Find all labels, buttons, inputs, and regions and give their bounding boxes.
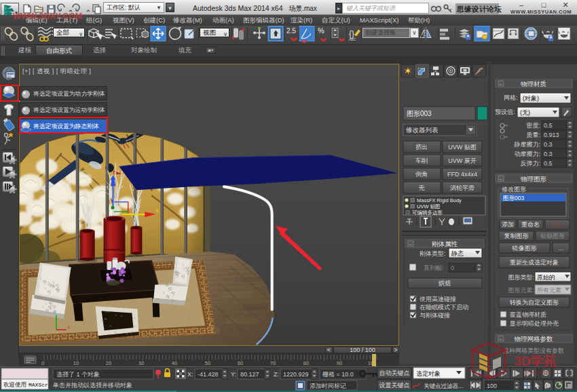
svg-text:壳: 壳 (419, 184, 425, 191)
svg-text:覆盖物理材质: 覆盖物理材质 (510, 311, 546, 318)
svg-text:选择了 1 个对象: 选择了 1 个对象 (56, 371, 100, 378)
svg-text:ABC: ABC (349, 37, 356, 41)
svg-text:图形003: 图形003 (407, 110, 432, 117)
svg-text:预设值:: 预设值: (495, 109, 515, 115)
svg-text:MAXScr: MAXScr (29, 382, 48, 388)
svg-text:关键点过滤器...: 关键点过滤器... (424, 383, 463, 389)
svg-text:[+] [ 透视 ] [ 明暗处理 ]: [+] [ 透视 ] [ 明暗处理 ] (22, 67, 91, 75)
svg-text:车削: 车削 (415, 157, 428, 164)
svg-text:直到帧:: 直到帧: (424, 264, 444, 271)
svg-text:30: 30 (138, 360, 144, 366)
svg-text:FFD 4x4x4: FFD 4x4x4 (447, 171, 477, 178)
svg-text:刚体类型:: 刚体类型: (420, 250, 446, 257)
svg-text:复制图形: 复制图形 (504, 233, 529, 239)
svg-text:所有元素: 所有元素 (537, 287, 561, 294)
svg-text:0.5: 0.5 (544, 122, 553, 129)
svg-text:涡轮平滑: 涡轮平滑 (450, 184, 474, 191)
svg-text:网格:: 网格: (504, 94, 518, 101)
svg-text:90: 90 (337, 360, 342, 366)
svg-text:10: 10 (73, 360, 79, 366)
svg-text:挤出: 挤出 (415, 144, 428, 151)
svg-text:烘焙: 烘焙 (439, 279, 452, 287)
svg-text:重命名: 重命名 (521, 221, 540, 228)
svg-text:0.913: 0.913 (544, 132, 559, 138)
svg-text:图形003: 图形003 (503, 195, 524, 201)
svg-text:-: - (409, 241, 411, 247)
svg-text:添加: 添加 (502, 221, 514, 228)
svg-text:质量:: 质量: (526, 132, 540, 138)
svg-text:与刚体碰撞: 与刚体碰撞 (420, 312, 450, 319)
svg-text:静摩擦力:: 静摩擦力: (513, 141, 540, 148)
svg-text:设置关键点: 设置关键点 (379, 382, 410, 389)
svg-text:3DXY.COM: 3DXY.COM (524, 370, 552, 376)
svg-text:UVW 贴图: UVW 贴图 (417, 203, 441, 210)
svg-text:Y:: Y: (231, 371, 236, 378)
svg-text:刚体属性: 刚体属性 (432, 240, 458, 248)
svg-text:栅格 = 10.0: 栅格 = 10.0 (322, 371, 354, 378)
svg-text:-41.428: -41.428 (198, 371, 219, 378)
svg-text:(对象): (对象) (523, 95, 539, 102)
svg-text:显示明暗处理外壳: 显示明暗处理外壳 (509, 320, 559, 327)
svg-text:x: x (155, 207, 159, 214)
svg-text:删除: 删除 (551, 221, 563, 228)
svg-text:添加时间标记: 添加时间标记 (310, 383, 346, 389)
svg-text:镜像图形: 镜像图形 (512, 245, 537, 252)
svg-text:0.3: 0.3 (544, 151, 553, 157)
svg-text:x: x (68, 325, 71, 330)
svg-text:欢迎使用: 欢迎使用 (3, 381, 26, 388)
svg-text:Z:: Z: (274, 371, 279, 378)
svg-text:3D学苑: 3D学苑 (515, 354, 557, 368)
svg-text:静态: 静态 (451, 250, 464, 257)
svg-text:0: 0 (451, 264, 454, 271)
svg-text:1220.929: 1220.929 (283, 371, 309, 378)
svg-text:2.5: 2.5 (286, 27, 296, 35)
svg-text:物理材质: 物理材质 (521, 80, 546, 87)
svg-text:0: 0 (41, 360, 44, 366)
svg-text:动摩擦力:: 动摩擦力: (514, 151, 540, 157)
svg-text:修改图形: 修改图形 (502, 186, 526, 193)
svg-text:UVW 贴图: UVW 贴图 (448, 144, 477, 151)
svg-text:50: 50 (205, 360, 210, 366)
svg-text:倒角: 倒角 (415, 171, 428, 178)
svg-text:单击并拖动以选择并移动对象: 单击并拖动以选择并移动对象 (53, 382, 132, 389)
svg-text:使用高速碰撞: 使用高速碰撞 (419, 296, 456, 302)
svg-text:20: 20 (106, 360, 111, 366)
svg-text:0.3: 0.3 (544, 141, 553, 148)
svg-text:…: … (558, 245, 564, 252)
svg-text:在睡眠模式下启动: 在睡眠模式下启动 (420, 304, 468, 311)
svg-text:100: 100 (487, 383, 497, 389)
svg-text:-: - (500, 176, 502, 182)
svg-text:图形类型:: 图形类型: (508, 274, 534, 281)
svg-text:40: 40 (172, 360, 177, 366)
svg-text:(无): (无) (520, 109, 530, 116)
svg-text:密度:: 密度: (526, 122, 540, 129)
svg-text:粘贴图形: 粘贴图形 (540, 233, 565, 239)
svg-text:70: 70 (270, 360, 276, 366)
svg-text:UVW 展开: UVW 展开 (448, 157, 477, 164)
svg-text:%: % (318, 26, 324, 35)
svg-text:80.127: 80.127 (240, 371, 259, 378)
svg-text:图形元素:: 图形元素: (508, 287, 534, 294)
svg-text:原始的: 原始的 (537, 274, 555, 281)
svg-text:修改器列表: 修改器列表 (405, 126, 439, 134)
svg-text:80: 80 (303, 360, 309, 366)
svg-text:转换为自定义图形: 转换为自定义图形 (510, 299, 559, 306)
svg-text:-: - (500, 81, 502, 87)
svg-text:0.5: 0.5 (544, 160, 553, 167)
svg-text:自动关键点: 自动关键点 (379, 370, 410, 376)
svg-text:可编辑多边形: 可编辑多边形 (412, 210, 443, 216)
svg-text:重新生成选定对象: 重新生成选定对象 (510, 259, 559, 266)
svg-text:X:: X: (187, 371, 193, 378)
svg-text:MassFX Rigid Body: MassFX Rigid Body (417, 197, 462, 203)
svg-text:物理图形: 物理图形 (521, 175, 547, 182)
svg-text:反弹力:: 反弹力: (520, 160, 540, 167)
svg-text:60: 60 (238, 360, 243, 366)
svg-text:z: z (54, 309, 56, 314)
svg-text:选定对象: 选定对象 (416, 370, 441, 377)
